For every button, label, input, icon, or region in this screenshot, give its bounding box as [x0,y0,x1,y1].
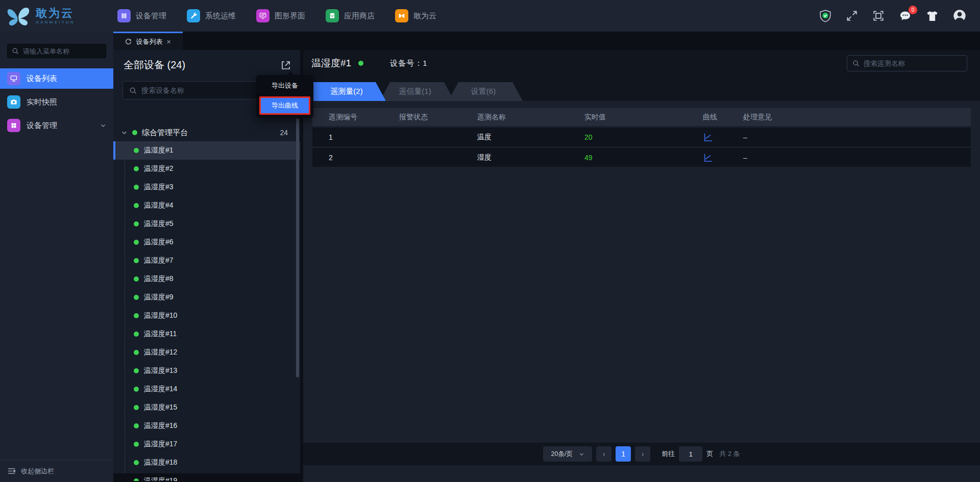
tree-item-device-17[interactable]: 温湿度#17 [113,435,300,453]
cell-opinion: – [743,154,971,162]
highlight-annotation-box: 导出曲线 [259,96,310,115]
tree-item-device-14[interactable]: 温湿度#14 [113,380,300,398]
goto-label: 前往 [662,449,675,459]
tab-label: 设备列表 [136,37,162,46]
tree-item-label: 温湿度#17 [144,440,177,449]
device-number: 设备号：1 [390,59,427,68]
tree-item-device-16[interactable]: 温湿度#16 [113,417,300,435]
tree-item-device-9[interactable]: 温湿度#9 [113,288,300,307]
tree-item-device-5[interactable]: 温湿度#5 [113,215,300,233]
export-dropdown-menu: 导出设备 导出曲线 [256,75,313,118]
tree-item-device-18[interactable]: 温湿度#18 [113,453,300,472]
current-page-button[interactable]: 1 [616,446,631,462]
line-chart-icon[interactable] [703,132,714,142]
menu-item-export-device[interactable]: 导出设备 [256,75,313,96]
tree-item-label: 温湿度#3 [144,183,174,192]
nav-item-graphic-ui[interactable]: 图形界面 [256,9,305,22]
tree-item-device-10[interactable]: 温湿度#10 [113,307,300,325]
tab-settings[interactable]: 设置(6) [448,82,523,101]
message-count-badge: 0 [909,6,917,14]
tab-telesignal[interactable]: 遥信量(1) [380,82,454,101]
page-size-value: 20条/页 [551,450,573,459]
nav-item-ganweiyun[interactable]: 敢为云 [395,9,436,22]
goto-page-input[interactable] [679,446,702,462]
tree-item-label: 温湿度#9 [144,293,174,302]
line-chart-icon[interactable] [703,153,714,163]
sidebar-item-label: 设备列表 [27,74,57,84]
close-icon[interactable]: × [166,38,170,46]
user-avatar[interactable] [952,9,967,23]
tree-root-platform[interactable]: 综合管理平台 24 [113,124,300,141]
top-nav: 设备管理 系统运维 图形界面 应用商店 敢为云 [117,9,436,22]
tree-item-device-6[interactable]: 温湿度#6 [113,233,300,251]
tree-item-label: 温湿度#16 [144,421,177,430]
tree-scrollbar[interactable] [296,118,299,377]
status-dot [134,368,139,373]
collapse-sidebar-button[interactable]: 收起侧边栏 [0,460,113,482]
status-dot [134,295,139,300]
tree-item-label: 温湿度#11 [144,329,177,339]
tree-item-device-1[interactable]: 温湿度#1 [113,141,300,160]
col-alarm-status: 报警状态 [399,113,477,122]
sidebar-item-label: 实时快照 [27,97,57,107]
tree-item-label: 温湿度#19 [144,476,177,481]
tree-item-device-12[interactable]: 温湿度#12 [113,343,300,362]
status-dot [134,221,139,226]
butterfly-logo-icon [5,4,32,28]
security-shield-icon[interactable] [819,9,832,22]
sidebar-item-device-manage[interactable]: 设备管理 [0,115,113,136]
status-dot [134,442,139,447]
tree-item-label: 温湿度#13 [144,366,177,375]
pagination-bar: 20条/页 ‹ 1 › 前往 页 共 2 条 [303,443,980,465]
screenshot-frame-icon[interactable] [872,9,885,22]
search-icon [129,87,137,94]
cell-opinion: – [743,133,971,141]
tree-item-device-8[interactable]: 温湿度#8 [113,270,300,288]
prev-page-button[interactable]: ‹ [596,446,611,462]
refresh-icon[interactable] [125,38,132,45]
tree-item-label: 温湿度#4 [144,201,174,210]
tree-item-device-3[interactable]: 温湿度#3 [113,178,300,196]
menu-search-input[interactable] [23,47,113,55]
theme-shirt-icon[interactable] [925,9,939,23]
device-count-badge: 24 [280,129,288,137]
messages-icon[interactable]: 0 [898,9,912,23]
tree-item-device-19[interactable]: 温湿度#19 [113,472,300,481]
cell-name: 湿度 [477,153,584,162]
page-size-select[interactable]: 20条/页 [543,446,592,462]
logo-subtitle: GANWEIYUN [36,20,75,25]
tree-item-device-11[interactable]: 温湿度#11 [113,325,300,343]
tree-item-device-7[interactable]: 温湿度#7 [113,251,300,270]
tree-item-device-2[interactable]: 温湿度#2 [113,160,300,178]
telemetry-search-box[interactable] [847,55,967,71]
fullscreen-icon[interactable] [845,9,859,22]
tab-device-list[interactable]: 设备列表 × [113,32,183,50]
open-tabs-strip: 设备列表 × [113,32,980,50]
app-logo: 敢为云 GANWEIYUN [0,4,113,28]
menu-search-box[interactable] [6,43,107,59]
tree-item-label: 温湿度#14 [144,385,177,394]
tree-item-device-4[interactable]: 温湿度#4 [113,196,300,215]
nav-item-device-manage[interactable]: 设备管理 [117,9,166,22]
next-page-button[interactable]: › [635,446,650,462]
sidebar-item-device-list[interactable]: 设备列表 [0,68,113,89]
left-sidebar: 设备列表 实时快照 设备管理 收起侧边栏 [0,32,113,482]
nav-item-app-store[interactable]: 应用商店 [326,9,375,22]
telemetry-search-input[interactable] [864,60,962,67]
export-icon[interactable] [280,59,292,71]
sidebar-item-label: 设备管理 [27,121,57,131]
chevron-down-icon[interactable] [121,130,128,136]
apps-flower-icon [7,119,20,132]
chevron-down-icon [579,451,584,457]
nav-label: 敢为云 [413,11,436,21]
menu-item-export-curve[interactable]: 导出曲线 [261,98,309,113]
tree-item-device-15[interactable]: 温湿度#15 [113,398,300,417]
search-icon [12,47,19,55]
logo-title: 敢为云 [36,7,75,19]
nav-item-system-ops[interactable]: 系统运维 [187,9,236,22]
tree-item-device-13[interactable]: 温湿度#13 [113,362,300,380]
sidebar-item-snapshot[interactable]: 实时快照 [0,92,113,112]
tab-telemetry[interactable]: 遥测量(2) [311,82,386,101]
status-dot [134,405,139,410]
tree-item-label: 温湿度#18 [144,458,177,467]
